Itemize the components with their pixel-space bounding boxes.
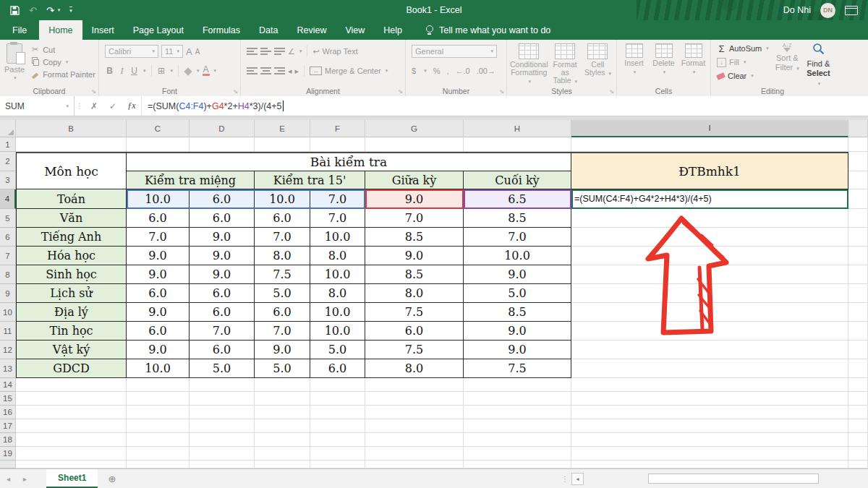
cell-subject[interactable]: Sinh học: [16, 265, 127, 284]
merge-center-button[interactable]: Merge & Center: [325, 67, 381, 75]
cell[interactable]: [190, 419, 255, 433]
tab-data[interactable]: Data: [250, 20, 287, 40]
conditional-formatting-button[interactable]: ConditionalFormatting ▾: [510, 43, 548, 85]
decrease-decimal-button[interactable]: .00→: [477, 67, 495, 75]
row-header-8[interactable]: 8: [0, 265, 16, 284]
cell[interactable]: [848, 322, 868, 341]
cell[interactable]: [571, 461, 848, 468]
cell-bai-kiem-tra[interactable]: Bài kiểm tra: [127, 152, 571, 171]
cell-score[interactable]: 6.0: [190, 303, 255, 322]
row-header-17[interactable]: 17: [0, 419, 16, 433]
cell[interactable]: [571, 406, 848, 419]
cell[interactable]: [127, 447, 190, 461]
cell-score[interactable]: 9.0: [127, 303, 190, 322]
align-right-button[interactable]: [274, 67, 285, 74]
cell-score[interactable]: 7.0: [255, 322, 310, 341]
cell[interactable]: [848, 359, 868, 378]
user-name[interactable]: Do Nhi: [783, 5, 811, 15]
cell-score[interactable]: 8.0: [365, 284, 464, 303]
tab-review[interactable]: Review: [287, 20, 336, 40]
row-header-5[interactable]: 5: [0, 209, 16, 228]
cell-score[interactable]: 7.5: [255, 265, 310, 284]
cell-score[interactable]: 7.0: [464, 228, 571, 247]
cell-score[interactable]: 7.5: [365, 303, 464, 322]
cell[interactable]: [848, 341, 868, 359]
row-header-1[interactable]: 1: [0, 137, 16, 152]
sheet-nav-left-icon[interactable]: ◂: [0, 475, 17, 483]
cell[interactable]: [464, 433, 571, 447]
font-size-select[interactable]: 11 ▾: [161, 45, 183, 58]
fill-color-button[interactable]: [184, 64, 192, 77]
cell[interactable]: [464, 137, 571, 152]
cell[interactable]: [190, 433, 255, 447]
cell[interactable]: [365, 461, 464, 468]
cancel-button[interactable]: ✗: [85, 96, 103, 116]
tab-home[interactable]: Home: [39, 20, 82, 40]
cell-score[interactable]: 9.0: [127, 265, 190, 284]
redo-icon[interactable]: ↷: [46, 5, 54, 16]
cell[interactable]: [16, 447, 127, 461]
cell-score[interactable]: 6.0: [190, 284, 255, 303]
cell-subject[interactable]: Lịch sử: [16, 284, 127, 303]
row-header-6[interactable]: 6: [0, 228, 16, 247]
delete-cells-button[interactable]: Delete▾: [650, 43, 678, 76]
cell-score[interactable]: 5.0: [255, 284, 310, 303]
row-header-19[interactable]: 19: [0, 447, 16, 461]
cell[interactable]: [571, 359, 848, 378]
undo-icon[interactable]: ↶: [29, 5, 37, 16]
row-header-2[interactable]: 2: [0, 152, 16, 171]
cell-score[interactable]: 6.0: [127, 209, 190, 228]
insert-function-button[interactable]: ƒx: [122, 96, 141, 116]
cell-score[interactable]: 10.0: [127, 189, 190, 209]
cell[interactable]: [127, 392, 190, 406]
cell[interactable]: [848, 406, 868, 419]
dialog-launcher-icon[interactable]: ⇘: [609, 88, 614, 95]
cell-score[interactable]: 9.0: [464, 322, 571, 341]
insert-cells-button[interactable]: Insert▾: [620, 43, 648, 76]
cell[interactable]: [255, 137, 310, 152]
column-header-B[interactable]: B: [16, 120, 127, 137]
cell[interactable]: [848, 461, 868, 468]
align-top-button[interactable]: [247, 48, 258, 55]
cell-mon-hoc[interactable]: Môn học: [16, 152, 127, 189]
dialog-launcher-icon[interactable]: ⇘: [233, 88, 238, 95]
grow-font-button[interactable]: A: [186, 46, 192, 57]
cell-score[interactable]: 7.5: [365, 341, 464, 359]
cell-score[interactable]: 7.0: [365, 209, 464, 228]
cell-score[interactable]: 10.0: [310, 303, 365, 322]
cell-score[interactable]: 9.0: [365, 247, 464, 265]
new-sheet-button[interactable]: ⊕: [98, 474, 126, 484]
cell-subject[interactable]: Vật ký: [16, 341, 127, 359]
cell[interactable]: [310, 433, 365, 447]
cell-giua-ky[interactable]: Giữa kỳ: [365, 171, 464, 189]
tab-insert[interactable]: Insert: [82, 20, 124, 40]
cell-score[interactable]: 6.0: [190, 341, 255, 359]
cell-score[interactable]: 6.0: [255, 209, 310, 228]
cell[interactable]: [848, 284, 868, 303]
cell[interactable]: [365, 447, 464, 461]
cell-score[interactable]: 10.0: [127, 359, 190, 378]
cell-score[interactable]: 10.0: [310, 228, 365, 247]
cell-score[interactable]: 6.0: [127, 322, 190, 341]
tab-view[interactable]: View: [336, 20, 374, 40]
column-header-F[interactable]: F: [310, 120, 365, 137]
format-cells-button[interactable]: Format▾: [679, 43, 707, 76]
cell-score[interactable]: 9.0: [464, 341, 571, 359]
cell-score[interactable]: 10.0: [310, 265, 365, 284]
cell-active-formula[interactable]: =(SUM(C4:F4)+G4*2+H4*3)/(4+5): [571, 189, 848, 209]
column-header-H[interactable]: H: [464, 120, 571, 137]
cell-score[interactable]: 7.0: [127, 228, 190, 247]
cell[interactable]: [190, 461, 255, 468]
cell[interactable]: [464, 447, 571, 461]
horizontal-scrollbar[interactable]: [584, 473, 868, 485]
cell[interactable]: [848, 137, 868, 152]
cell-score[interactable]: 6.0: [365, 322, 464, 341]
font-color-button[interactable]: A: [203, 66, 210, 76]
cell[interactable]: [571, 137, 848, 152]
cell-score[interactable]: 10.0: [464, 247, 571, 265]
orientation-button[interactable]: ∠: [288, 47, 295, 56]
cell[interactable]: [16, 406, 127, 419]
cell-score[interactable]: 8.5: [464, 209, 571, 228]
cell[interactable]: [365, 433, 464, 447]
cell[interactable]: [16, 419, 127, 433]
